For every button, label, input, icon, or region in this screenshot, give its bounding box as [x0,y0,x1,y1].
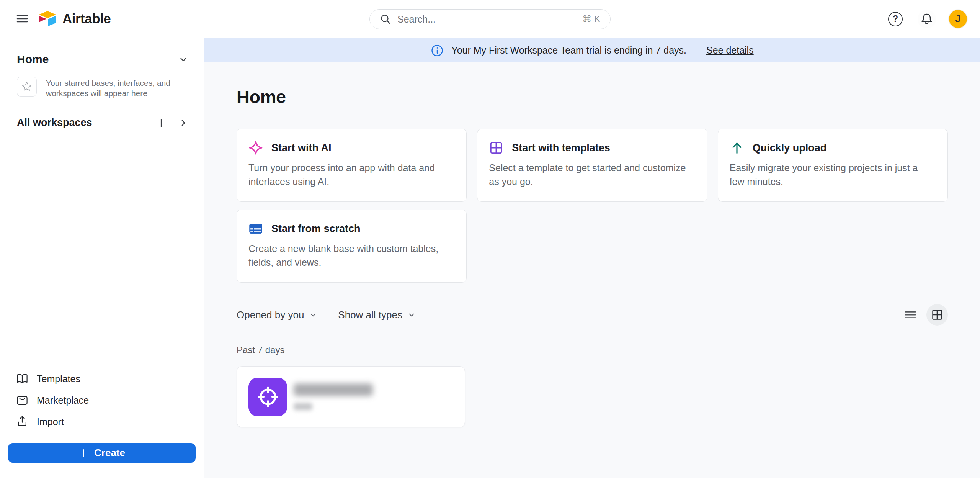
chevron-down-icon[interactable] [178,54,188,64]
card-title: Start with templates [512,142,610,154]
start-from-scratch-card[interactable]: Start from scratch Create a new blank ba… [237,210,467,283]
upload-icon [15,415,29,429]
start-with-templates-card[interactable]: Start with templates Select a template t… [477,129,707,202]
sidebar: Home Your starred bases, interfaces, and… [0,38,204,478]
import-label: Import [37,416,64,427]
starred-placeholder: Your starred bases, interfaces, and work… [17,77,188,98]
start-with-ai-card[interactable]: Start with AI Turn your process into an … [237,129,467,202]
list-view-button[interactable] [900,304,921,326]
star-box [17,77,37,97]
show-types-filter-label: Show all types [338,309,402,321]
create-button[interactable]: Create [8,443,196,463]
card-title: Quickly upload [753,142,827,154]
chevron-down-icon [407,311,416,319]
search-input[interactable] [397,14,576,25]
airtable-logo[interactable]: Airtable [38,10,111,27]
help-icon: ? [888,12,903,26]
top-bar: Airtable ⌘ K ? J [0,0,980,38]
search-shortcut-hint: ⌘ K [582,14,600,25]
info-icon [431,44,444,57]
table-icon [248,221,263,236]
grid-view-button[interactable] [926,304,948,326]
sidebar-item-home[interactable]: Home [17,53,188,66]
plus-icon [78,448,88,458]
templates-label: Templates [37,373,80,385]
start-cards-grid: Start with AI Turn your process into an … [237,129,948,283]
search-bar[interactable]: ⌘ K [369,9,611,29]
all-workspaces-label: All workspaces [17,117,155,129]
marketplace-label: Marketplace [37,395,89,406]
sidebar-footer: Templates Marketplace Im [0,358,204,478]
opened-by-filter[interactable]: Opened by you [237,309,317,321]
main-area: Your My First Workspace Team trial is en… [204,38,980,478]
airtable-wordmark: Airtable [62,11,111,26]
card-description: Create a new blank base with custom tabl… [248,242,453,269]
sidebar-item-templates[interactable]: Templates [15,368,204,390]
create-button-label: Create [94,447,125,459]
card-description: Easily migrate your existing projects in… [730,161,934,188]
notifications-button[interactable] [918,10,936,28]
target-icon [255,384,281,409]
search-icon [380,13,391,25]
quickly-upload-card[interactable]: Quickly upload Easily migrate your exist… [718,129,948,202]
filters-row: Opened by you Show all types [237,304,948,326]
redacted-base-title [294,383,373,396]
sidebar-item-marketplace[interactable]: Marketplace [15,390,204,411]
bell-icon [919,11,934,27]
book-icon [15,372,29,386]
chevron-right-icon[interactable] [178,118,188,128]
star-icon [21,81,33,92]
hamburger-menu-icon[interactable] [14,10,31,27]
chevron-down-icon [309,311,317,319]
base-app-icon [248,378,287,416]
redacted-base-subtitle [294,403,312,410]
sidebar-item-all-workspaces[interactable]: All workspaces [17,117,188,129]
topbar-right-cluster: ? J [886,0,967,38]
page-title: Home [237,86,948,107]
card-description: Turn your process into an app with data … [248,161,453,188]
add-workspace-button[interactable] [155,117,167,129]
grid-icon [489,141,503,155]
grid-view-icon [930,308,944,322]
recent-base-text [294,383,373,410]
help-button[interactable]: ? [886,10,905,28]
trial-banner-text: Your My First Workspace Team trial is en… [451,45,686,56]
marketplace-bag-icon [15,393,29,407]
airtable-logo-icon [38,10,57,27]
trial-banner: Your My First Workspace Team trial is en… [204,38,980,62]
arrow-up-icon [730,141,744,155]
card-title: Start with AI [271,142,332,154]
recent-base-card[interactable] [237,366,465,427]
show-types-filter[interactable]: Show all types [338,309,416,321]
sparkle-icon [248,141,263,155]
list-view-icon [903,308,918,322]
card-title: Start from scratch [271,223,361,235]
sidebar-home-label: Home [17,53,49,66]
starred-hint-text: Your starred bases, interfaces, and work… [46,77,188,98]
view-toggles [900,304,948,326]
opened-by-filter-label: Opened by you [237,309,304,321]
see-details-link[interactable]: See details [706,45,754,56]
card-description: Select a template to get started and cus… [489,161,694,188]
section-label: Past 7 days [237,345,948,355]
sidebar-item-import[interactable]: Import [15,411,204,432]
user-avatar[interactable]: J [949,10,967,28]
avatar-initial: J [956,13,961,25]
